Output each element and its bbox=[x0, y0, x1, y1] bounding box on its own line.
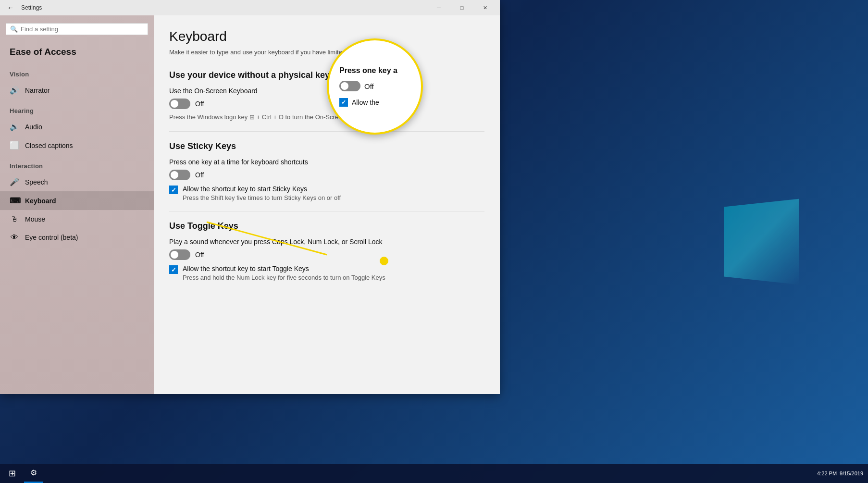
tooltip-checkmark: ✓ bbox=[341, 99, 346, 106]
tooltip-content: Press one key a Off ✓ Allow the bbox=[335, 66, 415, 107]
sticky-keys-toggle-row: Off bbox=[169, 170, 484, 180]
sidebar-section-interaction: Interaction bbox=[0, 155, 154, 173]
speech-icon: 🎤 bbox=[10, 177, 19, 186]
desktop-decoration bbox=[700, 189, 796, 295]
close-button[interactable]: ✕ bbox=[474, 0, 496, 15]
search-box[interactable]: 🔍 bbox=[6, 23, 148, 35]
sticky-keys-toggle-label: Off bbox=[195, 171, 204, 179]
sticky-keys-toggle[interactable] bbox=[169, 170, 190, 180]
toggle-knob bbox=[171, 100, 178, 108]
toggle-keys-knob bbox=[171, 251, 178, 259]
toggle-keys-toggle-row: Off bbox=[169, 249, 484, 260]
search-input[interactable] bbox=[21, 25, 144, 33]
minimize-button[interactable]: ─ bbox=[428, 0, 450, 15]
content-area: 🔍 Ease of Access Vision 🔊 Narrator Heari… bbox=[0, 15, 500, 394]
window-title: Settings bbox=[21, 4, 42, 11]
sticky-keys-checkbox-desc: Press the Shift key five times to turn S… bbox=[183, 194, 341, 201]
sticky-keys-label: Press one key at a time for keyboard sho… bbox=[169, 158, 484, 166]
sidebar-heading: Ease of Access bbox=[0, 43, 154, 63]
audio-icon: 🔉 bbox=[10, 122, 19, 131]
check-mark-icon: ✓ bbox=[171, 186, 176, 194]
tooltip-toggle bbox=[339, 81, 360, 91]
sticky-keys-checkbox-row: ✓ Allow the shortcut key to start Sticky… bbox=[169, 185, 484, 201]
sidebar-item-eye-control[interactable]: 👁 Eye control (beta) bbox=[0, 228, 154, 247]
sidebar-item-label-speech: Speech bbox=[25, 178, 48, 186]
tooltip-checkbox: ✓ bbox=[339, 98, 348, 107]
back-button[interactable]: ← bbox=[4, 1, 17, 14]
sidebar-item-label-narrator: Narrator bbox=[25, 87, 50, 94]
sidebar-item-closed-captions[interactable]: ⬜ Closed captions bbox=[0, 136, 154, 155]
narrator-icon: 🔊 bbox=[10, 86, 19, 95]
keyboard-icon: ⌨ bbox=[10, 196, 19, 205]
taskbar-right: 4:22 PM 9/15/2019 bbox=[817, 471, 868, 476]
sticky-keys-checkbox-label: Allow the shortcut key to start Sticky K… bbox=[183, 185, 341, 193]
closed-captions-icon: ⬜ bbox=[10, 141, 19, 150]
maximize-button[interactable]: □ bbox=[451, 0, 473, 15]
sidebar-item-audio[interactable]: 🔉 Audio bbox=[0, 117, 154, 136]
title-bar: ← Settings ─ □ ✕ bbox=[0, 0, 500, 15]
search-icon: 🔍 bbox=[10, 25, 18, 33]
sticky-toggle-knob bbox=[171, 171, 178, 179]
taskbar-time: 4:22 PM bbox=[817, 471, 837, 476]
start-button[interactable]: ⊞ bbox=[0, 464, 24, 483]
tooltip-circle: Press one key a Off ✓ Allow the bbox=[327, 38, 423, 135]
toggle-keys-checkbox-row: ✓ Allow the shortcut key to start Toggle… bbox=[169, 265, 484, 281]
section-title-toggle-keys: Use Toggle Keys bbox=[169, 221, 484, 231]
sticky-keys-checkbox-content: Allow the shortcut key to start Sticky K… bbox=[183, 185, 341, 201]
toggle-keys-label: Play a sound whenever you press Caps Loc… bbox=[169, 238, 484, 246]
sidebar: 🔍 Ease of Access Vision 🔊 Narrator Heari… bbox=[0, 15, 154, 394]
yellow-dot-indicator bbox=[380, 257, 388, 265]
sidebar-item-label-captions: Closed captions bbox=[25, 142, 73, 149]
tooltip-off-label: Off bbox=[364, 82, 374, 90]
sidebar-item-label-eye-control: Eye control (beta) bbox=[25, 234, 78, 241]
sidebar-item-label-keyboard: Keyboard bbox=[25, 197, 56, 205]
title-bar-left: ← Settings bbox=[4, 1, 42, 14]
sidebar-item-keyboard[interactable]: ⌨ Keyboard bbox=[0, 191, 154, 210]
tooltip-checkbox-text: Allow the bbox=[352, 99, 379, 106]
sidebar-item-label-audio: Audio bbox=[25, 123, 42, 131]
taskbar-settings-item[interactable]: ⚙ bbox=[24, 464, 43, 483]
sidebar-item-mouse[interactable]: 🖱 Mouse bbox=[0, 210, 154, 228]
taskbar-settings-icon: ⚙ bbox=[30, 468, 37, 477]
sidebar-item-narrator[interactable]: 🔊 Narrator bbox=[0, 81, 154, 99]
toggle-keys-toggle-label: Off bbox=[195, 251, 204, 259]
tooltip-title: Press one key a bbox=[339, 66, 410, 75]
on-screen-keyboard-toggle-label: Off bbox=[195, 100, 204, 108]
toggle-keys-toggle[interactable] bbox=[169, 249, 190, 260]
sidebar-section-hearing: Hearing bbox=[0, 99, 154, 117]
toggle-keys-checkbox-label: Allow the shortcut key to start Toggle K… bbox=[183, 265, 385, 272]
tooltip-overlay: Press one key a Off ✓ Allow the bbox=[327, 38, 423, 135]
tooltip-toggle-row: Off bbox=[339, 81, 410, 91]
toggle-keys-checkbox-content: Allow the shortcut key to start Toggle K… bbox=[183, 265, 385, 281]
taskbar-date: 9/15/2019 bbox=[840, 471, 863, 476]
mouse-icon: 🖱 bbox=[10, 215, 19, 223]
divider-2 bbox=[169, 211, 484, 211]
tooltip-toggle-knob bbox=[341, 82, 348, 90]
sidebar-item-speech[interactable]: 🎤 Speech bbox=[0, 173, 154, 191]
sticky-keys-checkbox[interactable]: ✓ bbox=[169, 186, 178, 194]
toggle-keys-checkbox[interactable]: ✓ bbox=[169, 265, 178, 274]
start-icon: ⊞ bbox=[9, 468, 16, 479]
check-mark-toggle-icon: ✓ bbox=[171, 266, 176, 273]
window-controls: ─ □ ✕ bbox=[428, 0, 496, 15]
taskbar: ⊞ ⚙ 4:22 PM 9/15/2019 bbox=[0, 464, 868, 483]
tooltip-checkbox-row: ✓ Allow the bbox=[339, 98, 410, 107]
sidebar-section-vision: Vision bbox=[0, 63, 154, 81]
eye-control-icon: 👁 bbox=[10, 233, 19, 242]
settings-window: ← Settings ─ □ ✕ 🔍 Ease of Access Vision… bbox=[0, 0, 500, 394]
sidebar-item-label-mouse: Mouse bbox=[25, 215, 45, 223]
on-screen-keyboard-toggle[interactable] bbox=[169, 99, 190, 109]
toggle-keys-checkbox-desc: Press and hold the Num Lock key for five… bbox=[183, 274, 385, 281]
section-title-sticky-keys: Use Sticky Keys bbox=[169, 141, 484, 151]
